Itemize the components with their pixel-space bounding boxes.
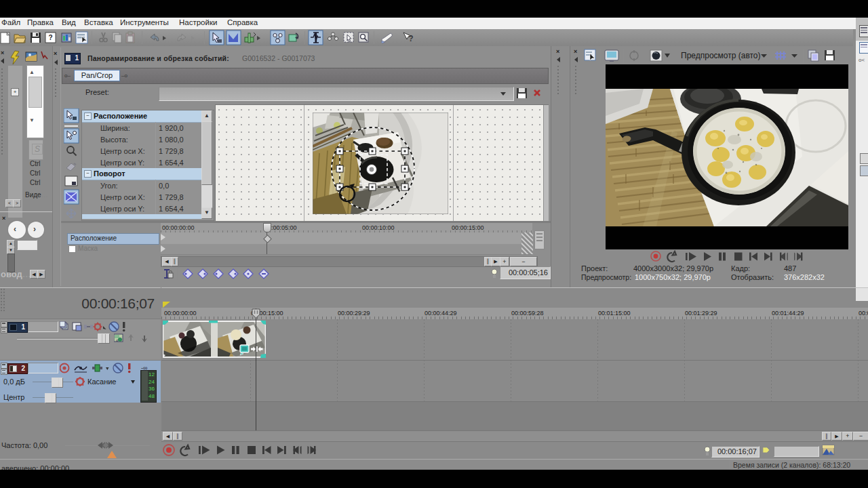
svg-text:?: ?	[48, 34, 52, 41]
svg-text:α: α	[116, 338, 119, 342]
svg-text:Предпросмотр (авто): Предпросмотр (авто)	[681, 51, 761, 60]
svg-text:?: ?	[408, 34, 413, 43]
